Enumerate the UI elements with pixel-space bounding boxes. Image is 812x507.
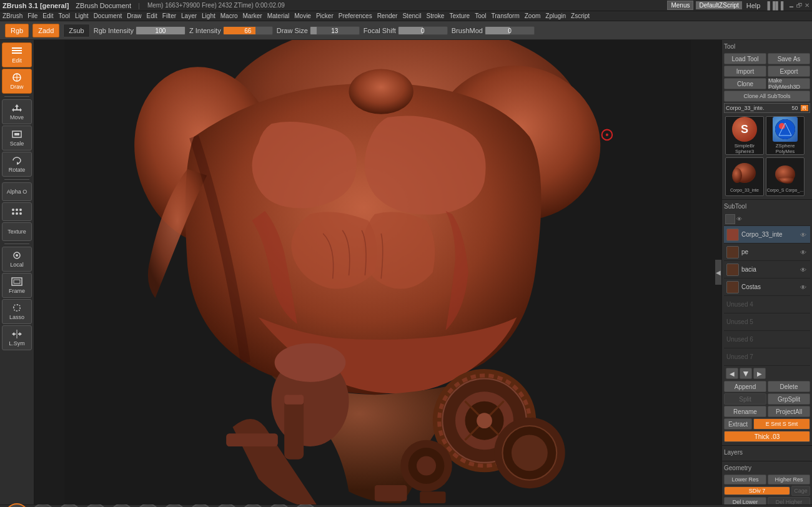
clone-button[interactable]: Clone bbox=[724, 78, 766, 89]
canvas-area[interactable]: ◀ bbox=[34, 40, 721, 505]
panel-collapse-arrow[interactable]: ◀ bbox=[715, 260, 721, 285]
menu-tool[interactable]: Tool bbox=[59, 12, 70, 19]
menu-doc[interactable]: ZBrush Document bbox=[74, 2, 133, 9]
export-button[interactable]: Export bbox=[768, 66, 810, 77]
menu-zscript[interactable]: Zscript bbox=[571, 12, 590, 19]
menus-button[interactable]: Menus bbox=[667, 1, 693, 10]
default-zscript-button[interactable]: DefaultZScript bbox=[696, 1, 741, 9]
menu-tool2[interactable]: Tool bbox=[475, 12, 486, 19]
subtool-item-bacia[interactable]: bacia 👁 bbox=[724, 261, 810, 278]
project-all-button[interactable]: ProjectAll bbox=[768, 406, 810, 417]
tool-thumb-zsphere[interactable]: ZSphere PolyMes bbox=[766, 116, 805, 155]
rgb-intensity-value: 100 bbox=[156, 27, 166, 34]
menu-texture[interactable]: Texture bbox=[449, 12, 470, 19]
thick-button[interactable]: Thick .03 bbox=[724, 431, 810, 442]
sidebar-dots-button[interactable] bbox=[2, 202, 32, 221]
sidebar-move-button[interactable]: Move bbox=[2, 99, 32, 124]
zadd-button[interactable]: Zadd bbox=[32, 24, 59, 37]
menu-filter[interactable]: Filter bbox=[162, 12, 176, 19]
subtool-item-pe[interactable]: pe 👁 bbox=[724, 244, 810, 261]
sidebar-lsym-button[interactable]: L.Sym bbox=[2, 325, 32, 350]
delete-button[interactable]: Delete bbox=[768, 381, 810, 392]
sidebar-rotate-button[interactable]: Rotate bbox=[2, 152, 32, 177]
cage-button[interactable]: Cage bbox=[791, 486, 810, 496]
subtool-item-unused7[interactable]: Unused 7 bbox=[724, 348, 810, 366]
model-viewport[interactable] bbox=[34, 40, 721, 505]
draw-size-slider[interactable]: 13 bbox=[310, 26, 360, 35]
load-tool-button[interactable]: Load Tool bbox=[724, 53, 766, 64]
e-smt-button[interactable]: E Smt S Smt bbox=[753, 418, 810, 430]
menu-draw[interactable]: Draw bbox=[127, 12, 141, 19]
menu-transform[interactable]: Transform bbox=[492, 12, 520, 19]
higher-res-button[interactable]: Higher Res bbox=[768, 475, 810, 485]
subtool-eye-3: 👁 bbox=[800, 284, 808, 290]
menu-render[interactable]: Render bbox=[377, 12, 398, 19]
subtool-item-unused4[interactable]: Unused 4 bbox=[724, 296, 810, 313]
subtool-nav-left[interactable]: ◀ bbox=[726, 368, 738, 379]
focal-shift-slider[interactable]: 0 bbox=[398, 26, 448, 35]
sidebar-local-button[interactable]: Local bbox=[2, 247, 32, 272]
tool-thumb-corpo-s[interactable]: Corpo_S Corpo_... bbox=[766, 157, 805, 196]
sidebar-scale-button[interactable]: Scale bbox=[2, 126, 32, 150]
brush-standard[interactable]: Standar bbox=[5, 503, 29, 507]
help-menu[interactable]: Help bbox=[745, 2, 763, 9]
subtool-item-unused5[interactable]: Unused 5 bbox=[724, 313, 810, 331]
subtool-nav-right[interactable]: ▶ bbox=[753, 368, 766, 379]
menu-document[interactable]: Document bbox=[94, 12, 122, 19]
sidebar-edit-button[interactable]: Edit bbox=[2, 42, 32, 67]
menu-macro[interactable]: Macro bbox=[220, 12, 238, 19]
clone-all-subtools-button[interactable]: Clone All SubTools bbox=[724, 91, 810, 102]
sidebar-frame-button[interactable]: Frame bbox=[2, 273, 32, 298]
rename-button[interactable]: Rename bbox=[724, 406, 766, 417]
menu-preferences[interactable]: Preferences bbox=[339, 12, 372, 19]
menu-layer[interactable]: Layer bbox=[181, 12, 197, 19]
subtool-thumb-active bbox=[725, 214, 735, 224]
subtool-nav: ◀ ▼ ▶ bbox=[724, 366, 810, 381]
subtool-item-unused6[interactable]: Unused 6 bbox=[724, 331, 810, 348]
make-polymesh-button[interactable]: Make PolyMesh3D bbox=[768, 78, 810, 89]
menu-picker[interactable]: Picker bbox=[316, 12, 334, 19]
menu-marker[interactable]: Marker bbox=[243, 12, 262, 19]
save-as-button[interactable]: Save As bbox=[768, 53, 810, 64]
extract-button[interactable]: Extract bbox=[724, 418, 752, 430]
menu-light[interactable]: Light bbox=[75, 12, 89, 19]
import-button[interactable]: Import bbox=[724, 66, 766, 77]
rgb-button[interactable]: Rgb bbox=[5, 24, 29, 37]
menu-stroke[interactable]: Stroke bbox=[426, 12, 444, 19]
tool-thumb-corpo33[interactable]: Corpo_33_inte bbox=[725, 157, 764, 196]
subtool-nav-down[interactable]: ▼ bbox=[740, 368, 752, 379]
sidebar-texture-button[interactable]: Texture bbox=[2, 222, 32, 241]
del-higher-button[interactable]: Del Higher bbox=[768, 497, 810, 505]
rgb-intensity-slider[interactable]: 100 bbox=[136, 26, 186, 35]
subtool-item-costas[interactable]: Costas 👁 bbox=[724, 278, 810, 296]
sdiv-slider[interactable]: SDiv 7 bbox=[724, 486, 790, 495]
sidebar-draw-button[interactable]: Draw bbox=[2, 69, 32, 94]
menu-zbrush[interactable]: ZBrush bbox=[2, 12, 22, 19]
z-intensity-slider[interactable]: 66 bbox=[223, 26, 273, 35]
subtool-thumb-0 bbox=[726, 229, 739, 241]
zsub-button[interactable]: Zsub bbox=[63, 24, 89, 37]
active-tool-display[interactable]: Corpo_33_inte. 50 R bbox=[724, 103, 810, 113]
tool-load-save-row: Load Tool Save As bbox=[724, 53, 810, 64]
menu-edit[interactable]: Edit bbox=[42, 12, 53, 19]
grpsplit-button[interactable]: GrpSplit bbox=[768, 393, 810, 405]
alpha-label: Alpha O bbox=[7, 189, 27, 195]
menu-zoom[interactable]: Zoom bbox=[525, 12, 541, 19]
menu-light2[interactable]: Light bbox=[202, 12, 215, 19]
split-button[interactable]: Split bbox=[724, 393, 766, 405]
menu-file[interactable]: File bbox=[27, 12, 37, 19]
subtool-item-corpo33[interactable]: Corpo_33_inte 👁 bbox=[724, 226, 810, 244]
lower-res-button[interactable]: Lower Res bbox=[724, 475, 766, 485]
append-button[interactable]: Append bbox=[724, 381, 766, 392]
menu-material[interactable]: Material bbox=[267, 12, 290, 19]
brush-mod-slider[interactable]: 0 bbox=[485, 26, 535, 35]
menu-edit2[interactable]: Edit bbox=[147, 12, 157, 19]
z-intensity-value: 66 bbox=[244, 27, 251, 34]
sidebar-alpha-button[interactable]: Alpha O bbox=[2, 182, 32, 201]
menu-movie[interactable]: Movie bbox=[294, 12, 311, 19]
tool-thumb-sphere3[interactable]: S SimpleBr Sphere3 bbox=[725, 116, 764, 155]
menu-zplugin[interactable]: Zplugin bbox=[545, 12, 566, 19]
del-lower-button[interactable]: Del Lower bbox=[724, 497, 766, 505]
menu-stencil[interactable]: Stencil bbox=[402, 12, 421, 19]
sidebar-lasso-button[interactable]: Lasso bbox=[2, 299, 32, 324]
